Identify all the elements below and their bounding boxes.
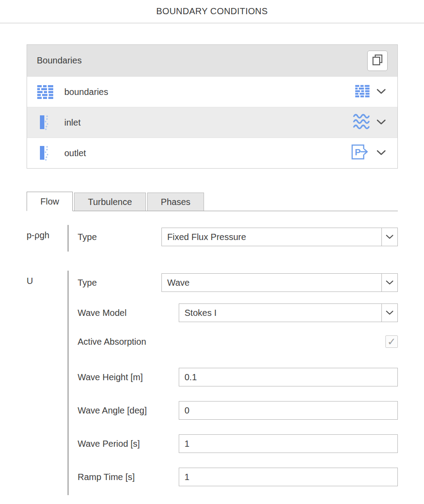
svg-text:P: P <box>355 147 361 157</box>
chevron-down-icon[interactable] <box>377 118 386 126</box>
waves-icon <box>353 112 370 133</box>
boundary-row-outlet[interactable]: outlet P <box>27 138 397 168</box>
boundaries-panel-title: Boundaries <box>37 55 82 66</box>
tab-phases[interactable]: Phases <box>147 193 204 211</box>
tabbar: Flow Turbulence Phases <box>27 192 398 211</box>
p-rgh-type-row: Type Fixed Flux Pressure <box>78 228 398 246</box>
chevron-down-icon <box>381 304 397 322</box>
wave-model-row: Wave Model Stokes I <box>78 303 398 322</box>
chevron-down-icon[interactable] <box>377 149 386 157</box>
tab-flow[interactable]: Flow <box>27 192 73 211</box>
pressure-outlet-icon: P <box>351 144 370 162</box>
wave-height-input[interactable] <box>179 368 398 386</box>
boundary-label: outlet <box>64 148 86 158</box>
select-value: Wave <box>162 274 381 291</box>
field-label-p-rgh: p-ρgh <box>27 225 67 252</box>
u-type-select[interactable]: Wave <box>161 273 398 292</box>
chevron-down-icon[interactable] <box>377 88 386 96</box>
section-u: U Type Wave Wave Model Stokes I Active A… <box>27 271 398 495</box>
boundary-label: boundaries <box>64 87 108 97</box>
wave-period-row: Wave Period [s] <box>78 434 398 453</box>
page-title: BOUNDARY CONDITIONS <box>156 6 267 16</box>
param-label-type: Type <box>78 232 161 242</box>
boundary-row-inlet[interactable]: inlet <box>27 107 397 138</box>
wave-period-input[interactable] <box>179 434 398 453</box>
param-label-ramp-time: Ramp Time [s] <box>78 472 179 482</box>
param-label-wave-angle: Wave Angle [deg] <box>78 406 179 416</box>
tab-turbulence[interactable]: Turbulence <box>74 193 145 211</box>
chevron-down-icon <box>381 228 397 246</box>
wall-icon <box>355 85 370 99</box>
ramp-time-input[interactable] <box>179 468 398 486</box>
field-label-u: U <box>27 271 67 495</box>
boundaries-panel-header: Boundaries <box>27 45 397 76</box>
boundaries-panel: Boundaries boundaries <box>27 44 398 169</box>
wall-icon <box>37 85 54 99</box>
ramp-time-row: Ramp Time [s] <box>78 468 398 486</box>
copy-icon <box>371 54 384 67</box>
boundary-label: inlet <box>64 118 81 128</box>
wave-angle-input[interactable] <box>179 401 398 420</box>
param-label-wave-model: Wave Model <box>78 308 179 318</box>
active-absorption-checkbox[interactable]: ✓ <box>385 335 398 348</box>
param-label-wave-period: Wave Period [s] <box>78 439 179 449</box>
wave-height-row: Wave Height [m] <box>78 368 398 386</box>
param-label-active-absorption: Active Absorption <box>78 337 161 347</box>
boundary-row-boundaries[interactable]: boundaries <box>27 76 397 107</box>
section-p-rgh: p-ρgh Type Fixed Flux Pressure <box>27 225 398 252</box>
select-value: Stokes I <box>179 304 381 322</box>
u-type-row: Type Wave <box>78 273 398 292</box>
check-icon: ✓ <box>387 337 396 347</box>
select-value: Fixed Flux Pressure <box>162 228 381 246</box>
wave-angle-row: Wave Angle [deg] <box>78 401 398 420</box>
title-bar: BOUNDARY CONDITIONS <box>0 0 424 24</box>
patch-icon <box>37 145 54 161</box>
chevron-down-icon <box>381 274 397 291</box>
duplicate-boundary-button[interactable] <box>367 51 388 71</box>
active-absorption-row: Active Absorption ✓ <box>78 335 398 348</box>
param-label-wave-height: Wave Height [m] <box>78 372 179 382</box>
patch-icon <box>37 114 54 130</box>
wave-model-select[interactable]: Stokes I <box>179 303 398 322</box>
p-rgh-type-select[interactable]: Fixed Flux Pressure <box>161 228 398 246</box>
param-label-type: Type <box>78 278 161 288</box>
